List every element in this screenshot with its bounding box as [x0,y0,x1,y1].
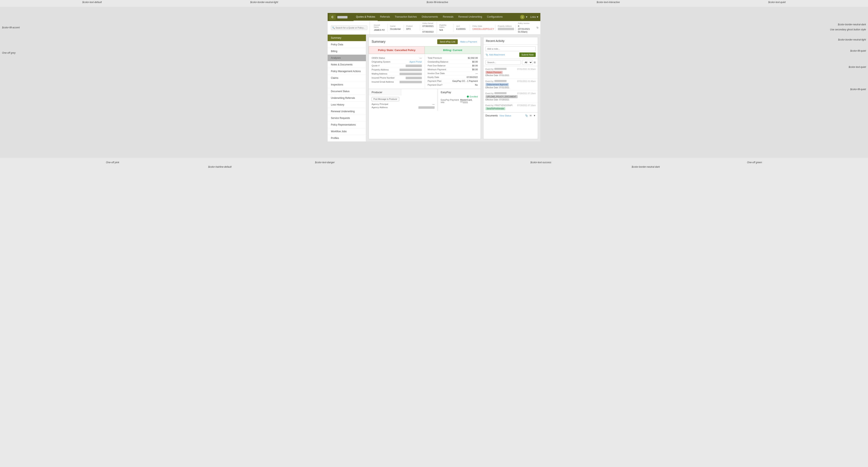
quote-num-blurred [406,65,422,67]
sidebar-item-document-status[interactable]: Document Status [328,88,366,95]
period-value: 07/30/2021 -07/30/2022 [423,25,434,33]
producer-section: Producer Post Message to Producer Agency… [369,89,480,111]
sidebar-item-underwriting-referrals[interactable]: Underwriting Referrals [328,95,366,101]
past-due-label: Past Due Balance [428,64,445,67]
app-logo[interactable]: C [329,14,336,20]
product-label: Product [406,25,417,27]
activity-search-input[interactable] [486,60,521,65]
search-input[interactable] [331,26,367,30]
annotation-fill-accent: $color-fill-accent [2,26,20,29]
sidebar-item-inspections[interactable]: Inspections [328,81,366,88]
make-payment-button[interactable]: Make a Payment [459,39,478,44]
easypay-info-label: EasyPay Payment Info [441,99,460,103]
paperclip-icon: 📎 [486,54,488,56]
nav-referrals[interactable]: Referrals [378,13,393,21]
annotation-text-quiet-top: $color-text-quiet [768,1,786,4]
prop-addr-value [400,68,422,71]
activity-list: Event by: 07/31/2021 01:50am Return Prem… [484,66,538,112]
mail-addr-blurred [400,73,422,75]
user-printvendor: PRINTVENDORAPI [494,104,513,106]
annotation-fill-quiet-bottom: $color-fill-quiet [850,88,866,91]
annotation-one-off-grey: One-off grey [2,52,16,54]
add-attachment-button[interactable]: 📎 Add Attachment [486,54,505,56]
summary-actions: Send ePay Link Make a Payment [437,39,478,44]
outstanding-value: $0.00 [472,61,478,63]
sidebar-item-profiles[interactable]: Profiles [328,135,366,141]
min-payment-row: Minimum Payment $0.00 [428,68,478,71]
sidebar-item-summary[interactable]: Summary [328,35,366,41]
expand-docs-icon[interactable]: ▼ [533,114,536,117]
links-dropdown[interactable]: Links ▼ [530,15,539,19]
state-value: CANCELLEDPOLICY [472,28,494,30]
user-blurred-2 [494,80,506,82]
insured-phone-row: Insured Phone Number [372,76,422,80]
send-epay-link-button[interactable]: Send ePay Link [437,39,458,44]
activity-filter-select[interactable]: All [522,60,532,65]
email-docs-icon[interactable]: ✉ [530,114,532,117]
prop-addr-blurred [400,69,422,71]
agency-addr-blurred [418,106,435,109]
docs-icons: 📎 ✉ ▼ [525,114,536,117]
upload-badge: UPLOAD_POLICY_DOCUMENT [486,95,518,98]
activity-time-4: 07/29/2021 07:16am [517,104,536,106]
sidebar-item-billing[interactable]: Billing [328,48,366,55]
activity-meta-1: Event by: 07/31/2021 01:50am [486,68,536,70]
state-label: Policy State [472,25,493,27]
email-value [400,80,422,83]
summary-table: ODEN Status --- Originating System Agent… [369,54,480,89]
annotation-fill-interactive: $color-fill-interactive [427,1,448,4]
nav-disbursements[interactable]: Disbursements [419,13,440,21]
annotation-text-danger: $color-text-danger [315,161,335,164]
nav-renewal-underwriting[interactable]: Renewal Underwriting [456,13,485,21]
bottom-annotations: One-off pink $color-text-danger $color-t… [0,158,868,165]
sidebar-item-policy-management[interactable]: Policy Management Actions [328,68,366,75]
policy-carrier: Carrier Occidental [388,25,404,31]
nav-configurations[interactable]: Configurations [485,13,505,21]
refresh-button[interactable]: ↻ [535,21,540,34]
payment-due-value: No [475,84,478,86]
quote-number-row: Quote # [372,64,422,68]
paperclip-docs-icon[interactable]: 📎 [525,114,528,117]
agency-address-value [418,106,435,109]
easypay-title: EasyPay [441,91,478,94]
quote-num-label: Quote # [372,64,379,67]
recent-activity-panel: Recent Activity 📎 Add Attachment Submit … [483,37,538,139]
nav-quotes-policies[interactable]: Quotes & Policies [353,13,378,21]
sidebar-item-renewal-underwriting[interactable]: Renewal Underwriting [328,108,366,115]
user-menu[interactable]: U ▼ [520,15,528,19]
activity-filter-icon[interactable]: ⊞ [534,61,536,64]
enrolled-dot-icon [467,96,469,98]
view-status-link[interactable]: View Status [499,114,511,117]
total-premium-value: $2,592.00 [468,57,478,59]
bottom-lower-annotations: $color-hairline-default $color-border-ne… [0,165,868,171]
address-value [498,28,514,30]
policy-info-col: ODEN Status --- Originating System Agent… [369,54,425,89]
eligibility-value: N/A [439,29,443,31]
sidebar-item-policy-data[interactable]: Policy Data [328,41,366,48]
submit-note-button[interactable]: Submit Note [519,53,536,57]
agency-principal-value: --- [432,103,435,105]
nav-transaction-batches[interactable]: Transaction Batches [392,13,419,21]
easypay-info-row: EasyPay Payment Info MasterCard, ***1111 [441,98,478,104]
equity-date-label: Equity Date [428,76,439,78]
summary-title: Summary [372,40,385,43]
search-icon: 🔍 [332,27,335,29]
activity-user-1: Event by: [486,68,506,70]
sidebar-item-loss-history[interactable]: Loss History [328,101,366,108]
nav-renewals[interactable]: Renewals [440,13,456,21]
note-input[interactable] [486,46,536,51]
user-blurred-3 [494,92,506,94]
activity-item-upload: Event by: 07/29/2021 07:19am UPLOAD_POLI… [484,91,538,103]
sidebar-item-claims[interactable]: Claims [328,75,366,81]
sidebar-item-policy-representations[interactable]: Policy Representations [328,122,366,128]
annotation-fill-quiet-top: $color-fill-quiet [850,49,866,52]
content-area: Summary Send ePay Link Make a Payment Po… [366,35,540,141]
sidebar-item-analyses[interactable]: Analyses [328,55,366,61]
brand-name [337,15,349,19]
sidebar-item-service-requests[interactable]: Service Requests [328,115,366,122]
main-content: Summary Policy Data Billing Analyses Not… [328,35,540,141]
agency-address-row: Agency Address [372,106,435,109]
sidebar-item-notes-documents[interactable]: Notes & Documents [328,61,366,68]
post-message-button[interactable]: Post Message to Producer [372,97,399,101]
sidebar-item-workflow-jobs[interactable]: Workflow Jobs [328,128,366,135]
